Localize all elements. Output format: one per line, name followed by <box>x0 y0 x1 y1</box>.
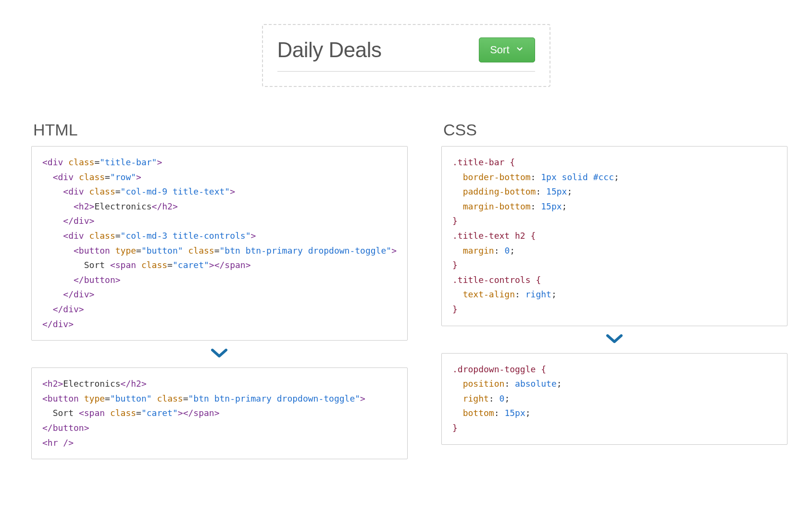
example-widget: Daily Deals Sort <box>262 24 550 87</box>
html-before-code: <div class="title-bar"> <div class="row"… <box>31 146 408 341</box>
title-bar: Daily Deals Sort <box>277 37 535 72</box>
arrow-down-icon <box>441 333 787 346</box>
chevron-down-icon <box>515 44 524 56</box>
arrow-down-icon <box>31 347 408 361</box>
code-columns: HTML <div class="title-bar"> <div class=… <box>31 121 781 459</box>
html-heading: HTML <box>33 121 408 139</box>
css-before-code: .title-bar { border-bottom: 1px solid #c… <box>441 146 787 326</box>
sort-button-label: Sort <box>490 44 509 56</box>
css-heading: CSS <box>443 121 787 139</box>
css-after-code: .dropdown-toggle { position: absolute; r… <box>441 353 787 445</box>
example-title: Daily Deals <box>277 38 479 62</box>
css-column: CSS .title-bar { border-bottom: 1px soli… <box>441 121 787 445</box>
html-column: HTML <div class="title-bar"> <div class=… <box>31 121 408 459</box>
sort-button[interactable]: Sort <box>479 37 535 62</box>
html-after-code: <h2>Electronics</h2> <button type="butto… <box>31 367 408 459</box>
